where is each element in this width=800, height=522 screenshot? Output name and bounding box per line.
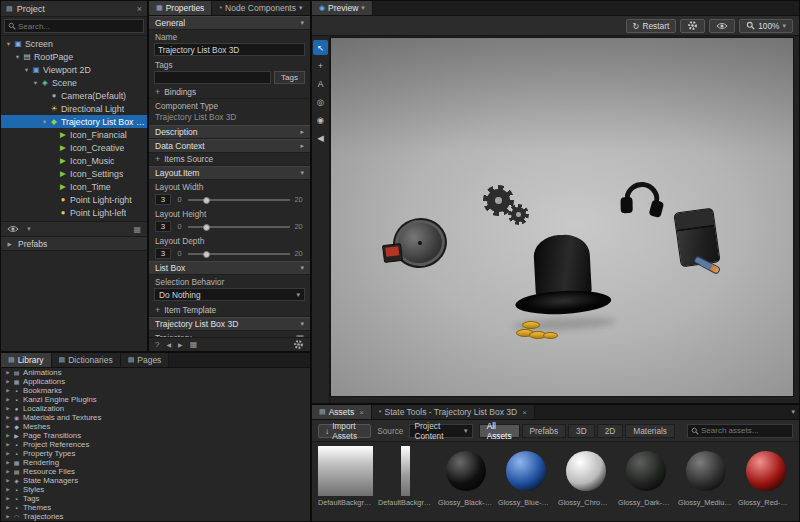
tree-item[interactable]: ▼ ◈ Scene [1,76,147,89]
library-item[interactable]: ▶ ▤ Resource Files [1,467,310,476]
tree-item[interactable]: ▶ Icon_Settings [1,167,147,180]
tree-item[interactable]: ▶ Icon_Time [1,180,147,193]
eye-icon[interactable] [7,225,19,233]
nav-back-icon[interactable]: ◀ [166,341,171,348]
selection-behavior-dropdown[interactable]: Do Nothing ▾ [154,288,305,301]
preview-tool[interactable]: + [313,58,328,73]
tags-field[interactable] [154,71,271,84]
section-list-box[interactable]: List Box ▾ [149,261,310,275]
asset-tile[interactable]: Glossy_Red-mate... [738,446,793,507]
library-item[interactable]: ▶ ◆ Meshes [1,422,310,431]
expander-icon[interactable]: ▶ [4,388,12,393]
help-icon[interactable]: ? [155,340,159,349]
expander-icon[interactable]: ▶ [4,370,12,375]
expander-icon[interactable]: ▼ [22,67,31,73]
project-search-box[interactable] [4,19,144,33]
visibility-button[interactable] [709,19,735,33]
slider-track[interactable] [188,222,290,232]
library-item[interactable]: ▶ ▦ Rendering [1,458,310,467]
import-assets-button[interactable]: ↓ Import Assets [318,424,371,438]
section-general[interactable]: General ▾ [149,16,310,30]
expander-icon[interactable]: ▶ [4,487,12,492]
library-item[interactable]: ▶ ▪ Themes [1,503,310,512]
tree-item[interactable]: ▶ Icon_Music [1,154,147,167]
section-layout-item[interactable]: Layout.Item ▾ [149,166,310,180]
slider-thumb[interactable] [203,197,210,204]
slider-value-input[interactable]: 3 [155,248,171,259]
gear-icon[interactable] [293,339,304,350]
restart-button[interactable]: ↻ Restart [626,19,677,33]
tags-button[interactable]: Tags [274,71,305,84]
filter-icon[interactable]: ▼ [26,226,32,232]
expander-icon[interactable]: ▶ [4,424,12,429]
tree-item[interactable]: ▼ ◆ Trajectory List Box 3D [1,115,147,128]
library-tab[interactable]: ▤ Library [1,353,52,367]
tab-node-components[interactable]: * Node Components ▾ [212,1,310,15]
assets-search-input[interactable] [701,426,792,435]
preview-tool[interactable]: A [313,76,328,91]
preview-tool[interactable]: ◎ [313,94,328,109]
item-template-row[interactable]: + Item Template [149,304,310,317]
plus-icon[interactable]: + [155,154,160,164]
library-item[interactable]: ▶ ▪ Bookmarks [1,386,310,395]
tree-item[interactable]: ▼ ▤ RootPage [1,50,147,63]
library-item[interactable]: ▶ ● Localization [1,404,310,413]
prefabs-expander-icon[interactable]: ▶ [5,241,14,247]
panel-menu-icon[interactable]: ▾ [791,408,795,416]
prefabs-section-header[interactable]: ▶ Prefabs [1,237,147,251]
grid-view-icon[interactable]: ▦ [133,225,141,234]
filter-button[interactable]: 2D [597,424,624,438]
asset-tile[interactable]: Glossy_Black-ma... [438,446,493,507]
expander-icon[interactable]: ▼ [13,54,22,60]
expander-icon[interactable]: ▶ [4,415,12,420]
items-source-row[interactable]: + Items Source [149,153,310,166]
close-icon[interactable]: × [359,408,364,417]
library-item[interactable]: ▶ ▪ Tags [1,494,310,503]
section-trajectory-list-box[interactable]: Trajectory List Box 3D ▾ [149,317,310,331]
tree-item[interactable]: ▼ ▣ Viewport 2D [1,63,147,76]
slider-track[interactable] [188,249,290,259]
filter-button[interactable]: Prefabs [522,424,567,438]
filter-button[interactable]: All Assets [479,424,520,438]
expander-icon[interactable]: ▼ [4,41,13,47]
plus-icon[interactable]: + [155,87,160,97]
tree-item[interactable]: ▶ Icon_Financial [1,128,147,141]
asset-tile[interactable]: DefaultBackgrou... [378,446,433,507]
bindings-row[interactable]: + Bindings [149,86,310,99]
slider-value-input[interactable]: 3 [155,221,171,232]
library-item[interactable]: ▶ ▤ Animations [1,368,310,377]
nav-forward-icon[interactable]: ▶ [178,341,183,348]
grid-icon[interactable]: ▦ [190,340,198,349]
tree-item[interactable]: ● Point Light-left [1,206,147,219]
source-dropdown[interactable]: Project Content ▾ [409,424,472,438]
slider-value-input[interactable]: 3 [155,194,171,205]
expander-icon[interactable]: ▶ [4,379,12,384]
gear-object[interactable] [508,204,529,225]
tree-item[interactable]: ▼ ▣ Screen [1,37,147,50]
library-item[interactable]: ▶ ◈ State Managers [1,476,310,485]
library-item[interactable]: ▶ ▦ Applications [1,377,310,386]
expander-icon[interactable]: ▶ [4,514,12,519]
asset-tile[interactable]: Glossy_Blue-mat... [498,446,553,507]
library-item[interactable]: ▶ ▪ Styles [1,485,310,494]
asset-tile[interactable]: DefaultBackgrou... [318,446,373,507]
filter-button[interactable]: 3D [568,424,595,438]
headphones-object[interactable] [617,179,668,226]
preview-tool[interactable]: ↖ [313,40,328,55]
close-icon[interactable]: × [522,408,527,417]
slider-thumb[interactable] [203,251,210,258]
project-search-input[interactable] [18,22,143,31]
library-tab[interactable]: ▤ Pages [121,353,170,367]
preview-settings-button[interactable] [680,19,705,33]
chevron-down-icon[interactable]: ▾ [361,4,365,12]
tree-item[interactable]: ▶ Icon_Creative [1,141,147,154]
expander-icon[interactable]: ▶ [4,442,12,447]
asset-tile[interactable]: Glossy_Dark-Gre... [618,446,673,507]
expander-icon[interactable]: ▼ [31,80,40,86]
coins-object[interactable] [516,319,564,343]
asset-tile[interactable]: Glossy_Medium-... [678,446,733,507]
section-data-context[interactable]: Data Context ▸ [149,139,310,153]
tree-item[interactable]: ● Camera(Default) [1,89,147,102]
library-tab[interactable]: ▤ Dictionaries [52,353,121,367]
expander-icon[interactable]: ▶ [4,478,12,483]
